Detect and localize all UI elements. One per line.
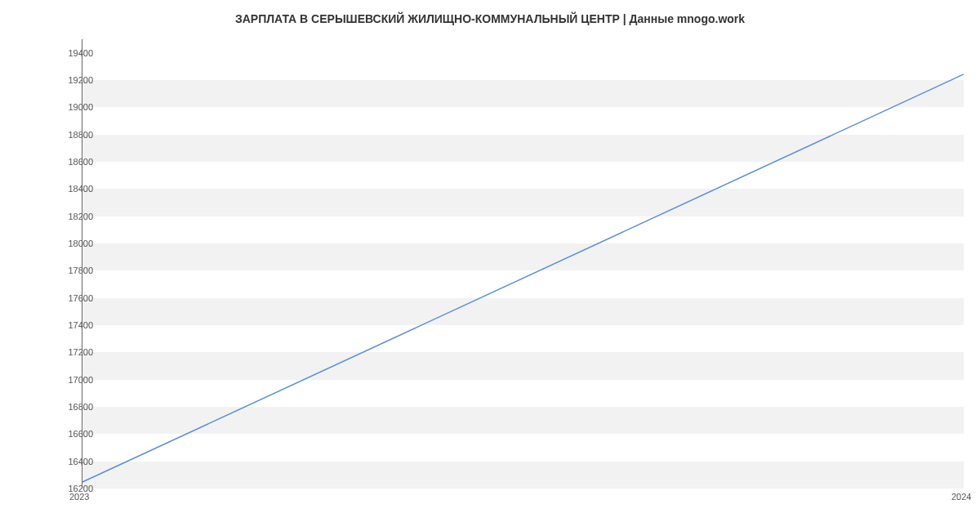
- y-tick-label: 16600: [68, 429, 93, 439]
- x-tick-label: 2024: [951, 492, 971, 502]
- y-tick-label: 18600: [68, 157, 93, 167]
- line-series: [82, 39, 964, 488]
- y-tick-label: 17400: [68, 320, 93, 330]
- y-tick-label: 17600: [68, 293, 93, 303]
- y-tick-label: 19200: [68, 75, 93, 85]
- y-tick-label: 18400: [68, 184, 93, 194]
- x-tick-label: 2023: [69, 492, 89, 502]
- y-tick-label: 17200: [68, 347, 93, 357]
- y-tick-label: 18200: [68, 212, 93, 221]
- y-tick-label: 17800: [68, 266, 93, 275]
- y-tick-label: 16400: [68, 457, 93, 466]
- plot-area: [82, 39, 964, 489]
- y-tick-label: 19000: [68, 102, 93, 112]
- chart-title: ЗАРПЛАТА В СЕРЫШЕВСКИЙ ЖИЛИЩНО-КОММУНАЛЬ…: [0, 0, 980, 25]
- y-tick-label: 19400: [68, 48, 93, 58]
- y-tick-label: 17000: [68, 375, 93, 385]
- y-tick-label: 16800: [68, 402, 93, 412]
- y-tick-label: 18800: [68, 130, 93, 140]
- y-tick-label: 18000: [68, 239, 93, 248]
